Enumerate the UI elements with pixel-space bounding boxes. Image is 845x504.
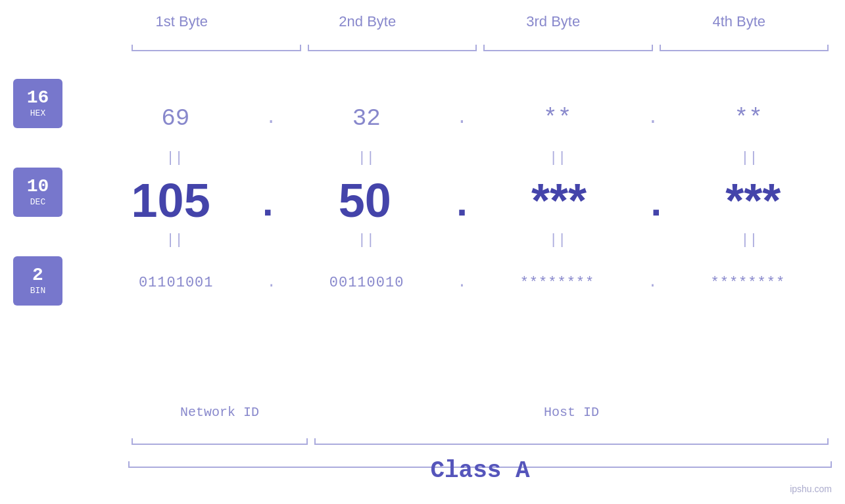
id-brackets: Network ID Host ID <box>128 422 832 445</box>
bin-b3: ******** <box>470 275 644 291</box>
tbracket-3 <box>483 45 653 57</box>
top-brackets <box>128 45 832 57</box>
hex-badge: 16 HEX <box>13 79 62 128</box>
dec-row: 105 . 50 . *** . *** <box>89 171 835 230</box>
network-id-label: Network ID <box>128 405 311 420</box>
class-label: Class A <box>128 457 832 484</box>
host-id-label: Host ID <box>311 405 832 420</box>
hex-b2: 32 <box>279 105 453 132</box>
byte2-header: 2nd Byte <box>275 13 461 30</box>
byte1-header: 1st Byte <box>89 13 275 30</box>
bin-name: BIN <box>30 286 45 296</box>
bin-dot1: . <box>263 275 279 290</box>
dec-name: DEC <box>30 197 45 207</box>
eq2-b3: || <box>472 232 644 248</box>
hex-dot1: . <box>262 109 280 127</box>
network-bracket: Network ID <box>128 422 311 445</box>
equals-row-1: || || || || <box>89 148 835 168</box>
bin-dot3: . <box>644 275 660 290</box>
watermark: ipshu.com <box>790 484 832 494</box>
dec-badge: 10 DEC <box>13 168 62 217</box>
tbracket-4 <box>660 45 829 57</box>
hex-num: 16 <box>27 89 49 107</box>
hex-dot3: . <box>644 109 662 127</box>
eq1-b4: || <box>664 150 835 166</box>
bin-b1: 01101001 <box>89 275 263 291</box>
eq2-b1: || <box>89 232 260 248</box>
dec-dot3: . <box>641 185 671 230</box>
dec-b2: 50 <box>283 177 447 224</box>
byte4-header: 4th Byte <box>646 13 833 30</box>
bin-badge: 2 BIN <box>13 256 62 306</box>
byte-headers: 1st Byte 2nd Byte 3rd Byte 4th Byte <box>89 13 832 30</box>
main-container: 1st Byte 2nd Byte 3rd Byte 4th Byte <box>0 0 845 504</box>
rows-area: 69 . 32 . ** . ** || || || || <box>89 72 835 312</box>
hex-row: 69 . 32 . ** . ** <box>89 89 835 148</box>
dec-b4: *** <box>671 177 835 224</box>
network-bracket-line <box>132 444 308 445</box>
host-bracket: Host ID <box>311 422 832 445</box>
equals-row-2: || || || || <box>89 230 835 250</box>
dec-b1: 105 <box>89 177 253 224</box>
hex-name: HEX <box>30 108 45 118</box>
bin-num: 2 <box>32 266 43 285</box>
eq1-b3: || <box>472 150 644 166</box>
dec-dot1: . <box>253 185 283 230</box>
hex-dot2: . <box>453 109 471 127</box>
dec-num: 10 <box>27 177 49 196</box>
eq2-b2: || <box>280 232 452 248</box>
hex-b1: 69 <box>89 105 262 132</box>
eq1-b1: || <box>89 150 260 166</box>
hex-b4: ** <box>662 105 835 132</box>
host-bracket-line <box>314 444 829 445</box>
base-labels: 16 HEX 10 DEC 2 BIN <box>13 79 62 306</box>
hex-b3: ** <box>471 105 644 132</box>
bin-dot2: . <box>454 275 470 290</box>
bin-row: 01101001 . 00110010 . ******** . *******… <box>89 253 835 312</box>
dec-dot2: . <box>447 185 477 230</box>
eq2-b4: || <box>664 232 835 248</box>
byte3-header: 3rd Byte <box>460 13 646 30</box>
tbracket-2 <box>308 45 477 57</box>
dec-b3: *** <box>477 177 641 224</box>
bin-b2: 00110010 <box>279 275 454 291</box>
bin-b4: ******** <box>661 275 835 291</box>
tbracket-1 <box>132 45 301 57</box>
eq1-b2: || <box>280 150 452 166</box>
